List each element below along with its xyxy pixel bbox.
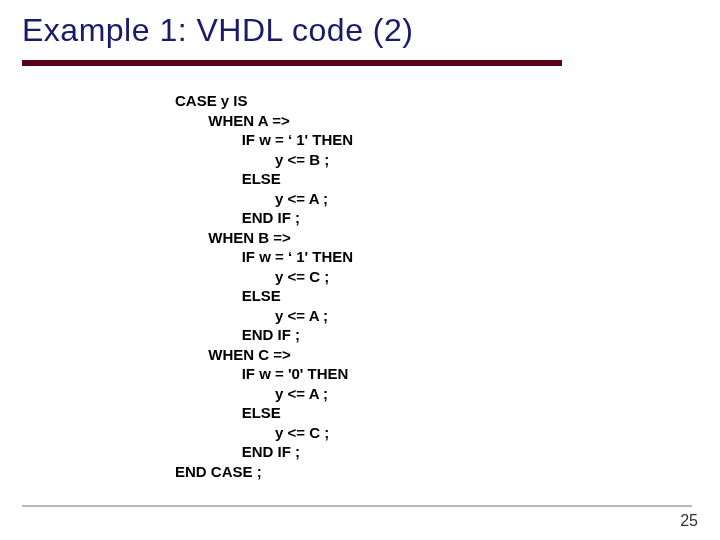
slide: Example 1: VHDL code (2) CASE y IS WHEN … (0, 0, 720, 540)
bottom-rule (22, 505, 692, 507)
slide-title: Example 1: VHDL code (2) (22, 12, 413, 49)
title-underline (22, 60, 562, 66)
page-number: 25 (680, 512, 698, 530)
code-block: CASE y IS WHEN A => IF w = ‘ 1' THEN y <… (175, 91, 353, 481)
